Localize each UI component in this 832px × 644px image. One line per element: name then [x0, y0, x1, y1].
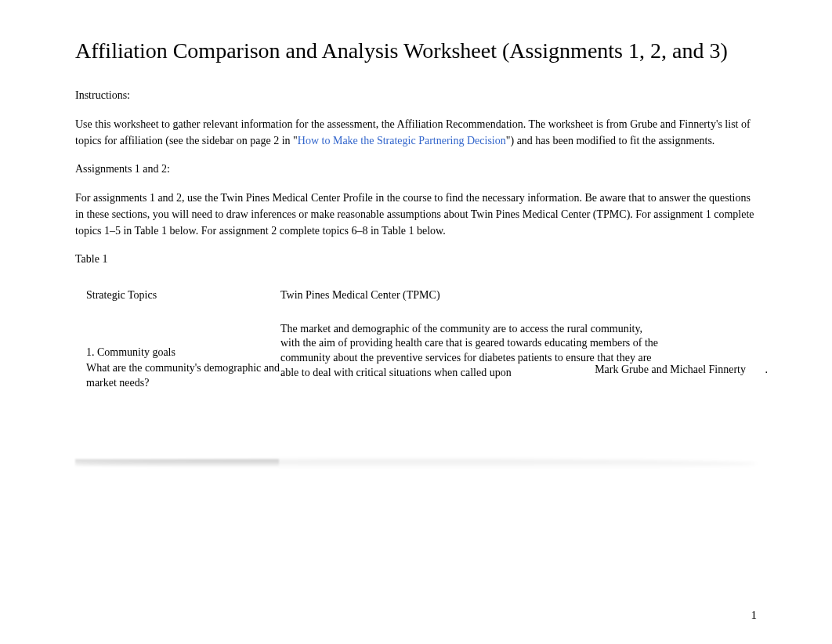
- intro-text-part2: ") and has been modified to fit the assi…: [506, 135, 715, 147]
- page-shadow: [75, 459, 757, 469]
- table-cell-answer: The market and demographic of the commun…: [280, 322, 746, 392]
- table-header-tpmc: Twin Pines Medical Center (TPMC): [280, 289, 746, 302]
- page-title: Affiliation Comparison and Analysis Work…: [75, 38, 757, 64]
- intro-paragraph: Use this worksheet to gather relevant in…: [75, 116, 757, 149]
- table-header-strategic-topics: Strategic Topics: [86, 289, 280, 302]
- assignments-text: For assignments 1 and 2, use the Twin Pi…: [75, 190, 757, 239]
- answer-line: with the aim of providing health care th…: [280, 336, 746, 351]
- document-page: Affiliation Comparison and Analysis Work…: [0, 0, 832, 470]
- strategic-partnering-link[interactable]: How to Make the Strategic Partnering Dec…: [298, 135, 506, 147]
- answer-line: The market and demographic of the commun…: [280, 322, 746, 337]
- page-number: 1: [751, 609, 758, 622]
- topic-number: 1. Community goals: [86, 346, 280, 360]
- table-label: Table 1: [75, 253, 757, 266]
- citation-text: Mark Grube and Michael Finnerty: [595, 363, 746, 378]
- table-cell-topic: 1. Community goals What are the communit…: [86, 322, 280, 392]
- citation-suffix: .: [765, 363, 769, 378]
- answer-line-4-text: able to deal with critical situations wh…: [280, 367, 512, 378]
- topic-question: What are the community's demographic and…: [86, 361, 280, 391]
- assignments-label: Assignments 1 and 2:: [75, 163, 757, 175]
- table-1: Strategic Topics Twin Pines Medical Cent…: [75, 280, 757, 392]
- table-header-row: Strategic Topics Twin Pines Medical Cent…: [75, 280, 757, 311]
- table-row: 1. Community goals What are the communit…: [75, 311, 757, 392]
- instructions-label: Instructions:: [75, 89, 757, 102]
